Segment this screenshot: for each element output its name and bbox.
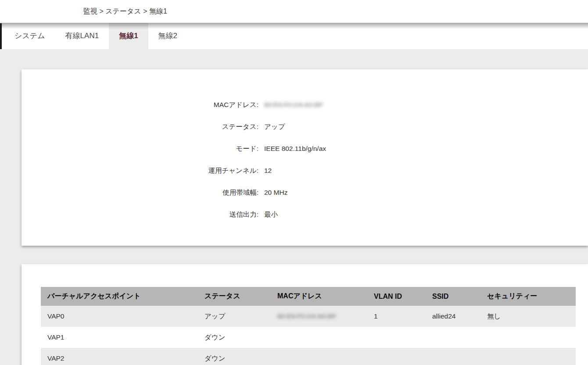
breadcrumb-bar: 監視 > ステータス > 無線1 (0, 0, 588, 23)
col-header-mac: MACアドレス (271, 287, 367, 306)
field-label: モード: (22, 144, 258, 154)
cell-vap-vlan: 1 (367, 306, 426, 327)
tx-power-value: 最小 (264, 210, 278, 219)
cell-vap-mac (271, 327, 367, 348)
status-value: アップ (264, 122, 285, 132)
field-label: 使用帯域幅: (22, 188, 258, 197)
vap-table-header-row: バーチャルアクセスポイント ステータス MACアドレス VLAN ID SSID… (41, 287, 576, 306)
tab-wireless2[interactable]: 無線2 (148, 23, 187, 49)
cell-vap-status: ダウン (198, 348, 271, 365)
field-status: ステータス: アップ (22, 116, 588, 138)
cell-vap-ssid: allied24 (426, 306, 480, 327)
field-label: ステータス: (22, 122, 258, 132)
page-content: MACアドレス: 60:E6:F0:D4:A0:BF ステータス: アップ モー… (0, 49, 588, 365)
cell-vap-status: アップ (198, 306, 271, 327)
vap-table: バーチャルアクセスポイント ステータス MACアドレス VLAN ID SSID… (41, 287, 576, 365)
field-label: 送信出力: (22, 210, 258, 219)
cell-vap-vlan (367, 348, 426, 365)
cell-vap-status: ダウン (198, 327, 271, 348)
field-label: 運用チャンネル: (22, 166, 258, 175)
table-row-vap2: VAP2 ダウン (41, 348, 576, 365)
radio-status-panel: MACアドレス: 60:E6:F0:D4:A0:BF ステータス: アップ モー… (22, 69, 588, 246)
tab-wired-lan1[interactable]: 有線LAN1 (55, 23, 109, 49)
cell-vap-name: VAP0 (41, 306, 198, 327)
cell-vap-mac (271, 348, 367, 365)
cell-vap-security (480, 327, 576, 348)
field-mac-address: MACアドレス: 60:E6:F0:D4:A0:BF (22, 94, 588, 116)
field-bandwidth: 使用帯域幅: 20 MHz (22, 182, 588, 204)
cell-vap-name: VAP1 (41, 327, 198, 348)
tab-bar: システム 有線LAN1 無線1 無線2 (0, 23, 588, 49)
col-header-vap: バーチャルアクセスポイント (41, 287, 198, 306)
col-header-vlan: VLAN ID (367, 287, 426, 306)
cell-vap-mac: 60:E6:F0:D4:A0:BF (271, 306, 367, 327)
mac-address-value-redacted: 60:E6:F0:D4:A0:BF (277, 312, 336, 320)
mode-value: IEEE 802.11b/g/n/ax (264, 145, 326, 153)
tab-wireless1[interactable]: 無線1 (109, 23, 148, 49)
cell-vap-name: VAP2 (41, 348, 198, 365)
cell-vap-security: 無し (480, 306, 576, 327)
breadcrumb: 監視 > ステータス > 無線1 (83, 7, 167, 15)
col-header-status: ステータス (198, 287, 271, 306)
bandwidth-value: 20 MHz (264, 189, 287, 197)
vap-panel: バーチャルアクセスポイント ステータス MACアドレス VLAN ID SSID… (22, 264, 588, 365)
sidebar-edge-fragment-top (0, 23, 2, 49)
cell-vap-security (480, 348, 576, 365)
col-header-ssid: SSID (426, 287, 480, 306)
cell-vap-ssid (426, 348, 480, 365)
table-row-vap0: VAP0 アップ 60:E6:F0:D4:A0:BF 1 allied24 無し (41, 306, 576, 327)
tab-system[interactable]: システム (4, 23, 55, 49)
mac-address-value-redacted: 60:E6:F0:D4:A0:BF (264, 101, 323, 109)
table-row-vap1: VAP1 ダウン (41, 327, 576, 348)
channel-value: 12 (264, 167, 272, 175)
field-label: MACアドレス: (22, 100, 258, 110)
cell-vap-vlan (367, 327, 426, 348)
field-tx-power: 送信出力: 最小 (22, 204, 588, 225)
field-channel: 運用チャンネル: 12 (22, 160, 588, 182)
col-header-security: セキュリティー (480, 287, 576, 306)
field-mode: モード: IEEE 802.11b/g/n/ax (22, 138, 588, 160)
cell-vap-ssid (426, 327, 480, 348)
